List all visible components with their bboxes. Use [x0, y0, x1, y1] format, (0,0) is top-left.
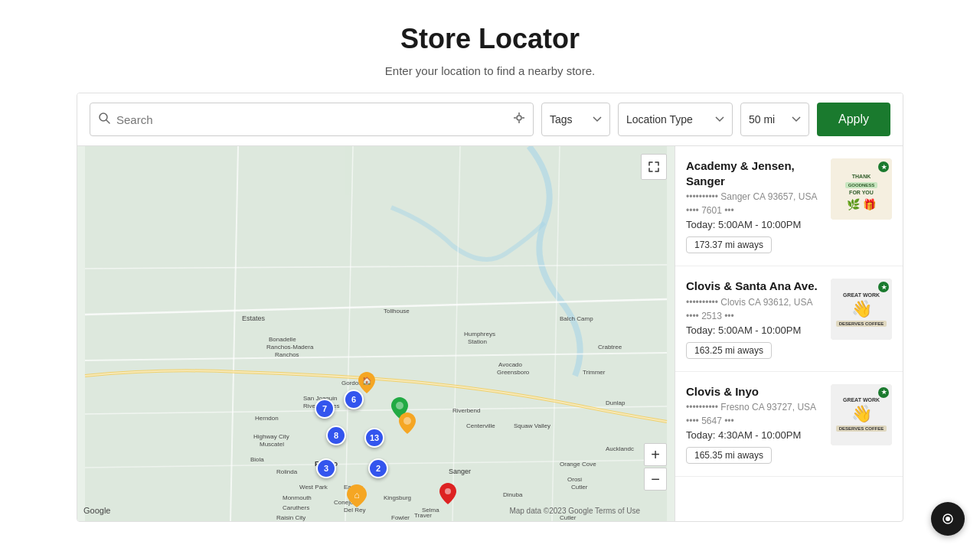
store-list: Academy & Jensen, Sanger •••••••••• Sang… — [675, 146, 903, 521]
store-hours: Today: 5:00AM - 10:00PM — [686, 324, 822, 336]
zoom-out-button[interactable]: − — [644, 468, 667, 491]
map-pin-red-1[interactable] — [439, 483, 456, 507]
svg-text:Ranchos: Ranchos — [275, 351, 299, 358]
store-info: Clovis & Santa Ana Ave. •••••••••• Clovi… — [686, 279, 822, 359]
svg-text:Avocado: Avocado — [498, 361, 523, 368]
map-pin-3a[interactable]: 3 — [316, 458, 336, 478]
map-pin-2[interactable]: 2 — [368, 458, 388, 478]
page-header: Store Locator Enter your location to fin… — [0, 0, 980, 93]
map-pin-orange-1[interactable] — [399, 412, 416, 437]
svg-point-78 — [445, 488, 451, 494]
store-image: GREAT WORK 👋 DESERVES COFFEE ★ — [831, 384, 892, 445]
main-container: Tags Location Type 50 mi 10 mi 25 mi 100… — [77, 93, 903, 522]
svg-text:Kingsburg: Kingsburg — [384, 494, 411, 501]
svg-point-2 — [517, 116, 521, 120]
store-hours: Today: 4:30AM - 10:00PM — [686, 429, 822, 441]
starbucks-logo-2: ★ — [878, 282, 889, 292]
store-info: Clovis & Inyo •••••••••• Fresno CA 93727… — [686, 384, 822, 465]
store-hours: Today: 5:00AM - 10:00PM — [686, 219, 822, 230]
map-zoom-controls: + − — [644, 443, 667, 491]
store-distance: 163.25 mi aways — [686, 342, 772, 359]
store-phone: •••• 5647 ••• — [686, 416, 822, 426]
apply-button[interactable]: Apply — [817, 103, 890, 136]
map-pin-13[interactable]: 13 — [364, 428, 384, 448]
search-wrapper — [90, 103, 534, 136]
svg-text:Cutler: Cutler — [560, 514, 577, 521]
svg-point-84 — [946, 517, 950, 521]
location-target-icon[interactable] — [513, 112, 525, 127]
map-pin-8[interactable]: 8 — [326, 425, 346, 445]
store-item[interactable]: Academy & Jensen, Sanger •••••••••• Sang… — [675, 146, 903, 266]
store-address: •••••••••• Clovis CA 93612, USA — [686, 297, 822, 308]
svg-line-1 — [106, 120, 109, 123]
content-area: Estates Bonadelle Ranchos-Madera Ranchos… — [77, 146, 903, 521]
map-pin-7[interactable]: 7 — [315, 399, 335, 419]
store-item[interactable]: Clovis & Inyo •••••••••• Fresno CA 93727… — [675, 372, 903, 478]
map-area: Estates Bonadelle Ranchos-Madera Ranchos… — [77, 146, 675, 521]
svg-text:Greensboro: Greensboro — [497, 369, 530, 376]
store-address: •••••••••• Sanger CA 93657, USA — [686, 191, 822, 202]
map-pin-orange-house-top[interactable]: 🏠 — [358, 372, 375, 396]
svg-text:⌂: ⌂ — [354, 490, 359, 500]
svg-text:Ranchos-Madera: Ranchos-Madera — [266, 344, 314, 350]
svg-text:Orange Cove: Orange Cove — [560, 461, 596, 468]
svg-text:Dinuba: Dinuba — [503, 491, 523, 498]
location-type-select[interactable]: Location Type — [618, 103, 733, 136]
svg-text:Aucklandc: Aucklandc — [606, 445, 634, 452]
map-pin-house-orange-1[interactable]: ⌂ — [347, 484, 367, 510]
zoom-in-button[interactable]: + — [644, 443, 667, 466]
svg-text:Herndon: Herndon — [255, 415, 279, 422]
starbucks-logo-3: ★ — [878, 387, 889, 398]
distance-select[interactable]: 50 mi 10 mi 25 mi 100 mi — [740, 103, 809, 136]
svg-text:Bonadelle: Bonadelle — [269, 336, 296, 343]
svg-text:Highway City: Highway City — [253, 433, 289, 440]
store-image: GREAT WORK 👋 DESERVES COFFEE ★ — [831, 279, 892, 340]
map-expand-button[interactable] — [641, 154, 667, 180]
svg-text:Muscatel: Muscatel — [260, 441, 284, 448]
svg-text:Orosi: Orosi — [567, 476, 582, 483]
svg-text:Rolinda: Rolinda — [276, 468, 298, 475]
page-subtitle: Enter your location to find a nearby sto… — [15, 64, 965, 77]
svg-text:Cutler: Cutler — [571, 484, 588, 491]
svg-text:Centerville: Centerville — [466, 422, 495, 429]
store-address: •••••••••• Fresno CA 93727, USA — [686, 402, 822, 412]
svg-text:West Park: West Park — [299, 484, 328, 491]
svg-text:Squaw Valley: Squaw Valley — [514, 422, 550, 429]
svg-text:Tollhouse: Tollhouse — [384, 308, 410, 315]
store-distance: 173.37 mi aways — [686, 236, 772, 253]
store-distance: 165.35 mi aways — [686, 447, 772, 464]
svg-text:Riverbend: Riverbend — [452, 407, 480, 414]
store-phone: •••• 2513 ••• — [686, 311, 822, 321]
svg-text:Dunlap: Dunlap — [606, 399, 626, 406]
map-footer: Map data ©2023 Google Terms of Use — [509, 507, 640, 515]
svg-text:Station: Station — [468, 338, 487, 345]
store-item[interactable]: Clovis & Santa Ana Ave. •••••••••• Clovi… — [675, 266, 903, 372]
svg-text:Balch Camp: Balch Camp — [560, 315, 593, 322]
tags-select[interactable]: Tags — [541, 103, 610, 136]
svg-point-73 — [403, 417, 411, 425]
svg-text:Fowler: Fowler — [391, 514, 410, 521]
svg-text:Raisin City: Raisin City — [276, 514, 305, 521]
store-name: Academy & Jensen, Sanger — [686, 158, 822, 188]
svg-text:Humphreys: Humphreys — [464, 331, 495, 337]
page-title: Store Locator — [15, 23, 965, 55]
search-icon — [98, 112, 110, 127]
svg-text:Traver: Traver — [414, 512, 432, 519]
store-name: Clovis & Inyo — [686, 384, 822, 399]
google-attribution: Google — [83, 506, 110, 515]
svg-text:Crabtree: Crabtree — [598, 344, 622, 350]
store-info: Academy & Jensen, Sanger •••••••••• Sang… — [686, 158, 822, 253]
chat-widget[interactable] — [931, 502, 965, 522]
svg-text:Delft Colony: Delft Colony — [502, 520, 536, 521]
svg-text:Caruthers: Caruthers — [283, 504, 309, 511]
toolbar: Tags Location Type 50 mi 10 mi 25 mi 100… — [77, 93, 903, 146]
svg-text:Trimmer: Trimmer — [583, 369, 606, 376]
svg-text:Estates: Estates — [242, 315, 266, 322]
starbucks-logo-1: ★ — [878, 161, 889, 172]
store-image: THANK GOODNESS FOR YOU 🌿 🎁 ★ — [831, 158, 892, 220]
store-name: Clovis & Santa Ana Ave. — [686, 279, 822, 294]
svg-point-70 — [396, 402, 403, 409]
svg-text:Biola: Biola — [250, 456, 264, 463]
search-input[interactable] — [116, 113, 513, 126]
store-phone: •••• 7601 ••• — [686, 205, 822, 216]
